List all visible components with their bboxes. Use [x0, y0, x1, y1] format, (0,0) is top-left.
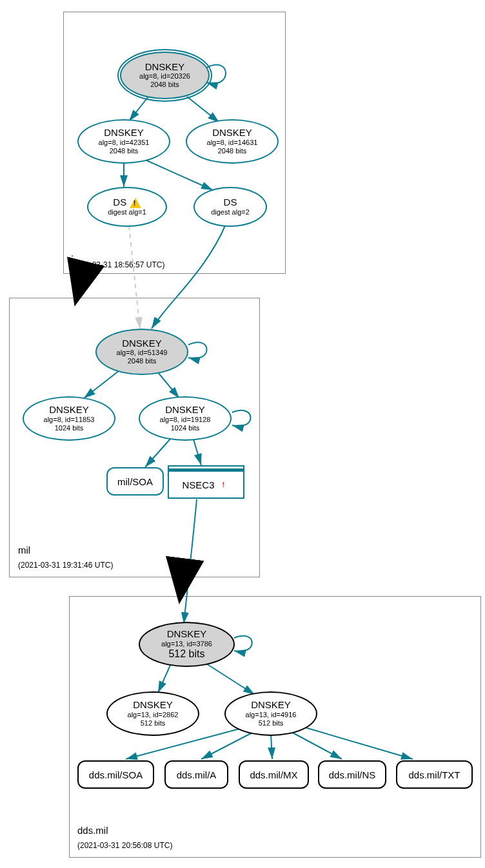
label: DNSKEY — [167, 629, 207, 640]
zone-root-label: . — [71, 247, 74, 258]
mil-soa: mil/SOA — [106, 467, 164, 496]
label: dds.mil/NS — [329, 769, 376, 780]
label: DNSKEY — [133, 700, 173, 711]
sub: 1024 bits — [171, 424, 200, 432]
sub: 512 bits — [259, 719, 284, 728]
label: DS — [113, 197, 126, 207]
ds2: DS digest alg=2 — [193, 187, 267, 227]
warning-icon: ! — [130, 198, 141, 208]
sub: 2048 bits — [110, 147, 139, 155]
zone-dds-ts: (2021-03-31 20:56:08 UTC) — [77, 841, 172, 850]
ds1: DS ! digest alg=1 — [87, 187, 167, 227]
dds-txt: dds.mil/TXT — [396, 760, 473, 789]
label: DNSKEY — [49, 405, 89, 416]
label: dds.mil/SOA — [89, 769, 143, 780]
label: DNSKEY — [145, 62, 185, 73]
root-ksk: DNSKEY alg=8, id=20326 2048 bits — [120, 52, 210, 99]
label: dds.mil/TXT — [408, 769, 460, 780]
dds-ksk: DNSKEY alg=13, id=3786 512 bits — [139, 622, 235, 667]
root-zsk1: DNSKEY alg=8, id=42351 2048 bits — [77, 119, 170, 164]
sub: 512 bits — [141, 719, 166, 728]
root-zsk2: DNSKEY alg=8, id=14631 2048 bits — [186, 119, 279, 164]
label: DNSKEY — [251, 700, 291, 711]
label: NSEC3 — [182, 479, 214, 490]
label: DNSKEY — [212, 128, 252, 139]
sub: 1024 bits — [55, 424, 84, 432]
zone-mil-label: mil — [18, 545, 30, 555]
zone-root-ts: (2021-03-31 18:56:57 UTC) — [70, 260, 164, 269]
sub: alg=8, id=51349 — [117, 349, 168, 357]
dds-mx: dds.mil/MX — [239, 760, 309, 789]
label: dds.mil/A — [177, 769, 217, 780]
sub: 2048 bits — [128, 357, 157, 365]
sub: alg=8, id=19128 — [160, 416, 211, 424]
label: mil/SOA — [117, 476, 153, 487]
sub: alg=13, id=3786 — [161, 640, 212, 648]
sub: alg=13, id=4916 — [246, 711, 297, 719]
label: dds.mil/MX — [250, 769, 297, 780]
label: DS — [224, 197, 237, 208]
dds-zsk1: DNSKEY alg=13, id=2862 512 bits — [106, 691, 199, 736]
sub: digest alg=1 — [108, 208, 146, 217]
sub: alg=13, id=2862 — [128, 711, 179, 719]
sub: alg=8, id=11853 — [44, 416, 95, 424]
dds-a: dds.mil/A — [164, 760, 228, 789]
label: DNSKEY — [104, 128, 144, 139]
error-icon: ! — [219, 479, 230, 490]
mil-zsk1: DNSKEY alg=8, id=11853 1024 bits — [23, 396, 115, 441]
dds-ns: dds.mil/NS — [318, 760, 386, 789]
label: DNSKEY — [165, 405, 205, 416]
dds-soa: dds.mil/SOA — [77, 760, 154, 789]
zone-mil-ts: (2021-03-31 19:31:46 UTC) — [18, 561, 113, 570]
sub: alg=8, id=42351 — [99, 139, 150, 147]
sub: 2048 bits — [218, 147, 247, 155]
zone-dds-label: dds.mil — [77, 825, 108, 836]
sub: digest alg=2 — [211, 208, 250, 217]
sub: 2048 bits — [150, 81, 179, 89]
label: DNSKEY — [122, 338, 162, 349]
sub: alg=8, id=20326 — [139, 72, 190, 81]
dds-zsk2: DNSKEY alg=13, id=4916 512 bits — [224, 691, 317, 736]
nsec3: NSEC3 ! — [168, 465, 244, 499]
sub: alg=8, id=14631 — [207, 139, 258, 147]
mil-zsk2: DNSKEY alg=8, id=19128 1024 bits — [139, 396, 232, 441]
mil-ksk: DNSKEY alg=8, id=51349 2048 bits — [95, 329, 188, 375]
